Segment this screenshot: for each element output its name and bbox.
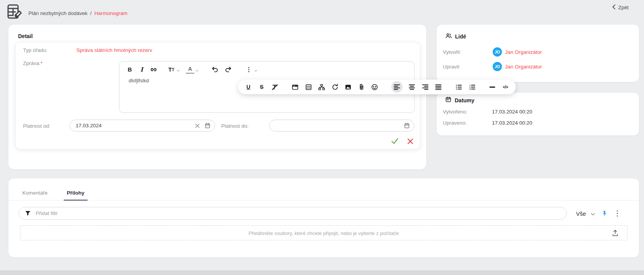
- align-right-icon[interactable]: [422, 81, 429, 93]
- app-logo-icon: [5, 3, 23, 22]
- tab-prilohy[interactable]: Přílohy: [64, 188, 88, 201]
- filter-field: [18, 207, 567, 220]
- avatar[interactable]: JO: [493, 47, 502, 57]
- text-color-caret-icon: [195, 67, 199, 73]
- redo-icon[interactable]: [224, 65, 232, 74]
- code-icon[interactable]: </>: [502, 81, 509, 93]
- detail-card: Detail Typ úřadu: Správa státních hmotný…: [8, 25, 426, 169]
- svg-text:3: 3: [469, 88, 471, 90]
- bullet-list-icon[interactable]: [455, 81, 463, 93]
- emoji-icon[interactable]: [371, 81, 379, 93]
- clear-format-icon[interactable]: [271, 81, 279, 93]
- upload-icon[interactable]: [612, 229, 619, 238]
- updated-at-value: 17.03.2024 00:20: [492, 120, 532, 126]
- align-justify-icon[interactable]: [435, 81, 442, 93]
- required-asterisk: *: [41, 60, 43, 66]
- breadcrumb-separator: /: [90, 10, 92, 16]
- back-button-label: Zpět: [618, 5, 629, 10]
- tabs-bar: Komentáře Přílohy: [19, 188, 88, 201]
- breadcrumb-parent[interactable]: Plán nezbytných dodávek: [28, 10, 88, 16]
- filter-input[interactable]: [36, 210, 566, 216]
- zprava-label: Zpráva:*: [23, 60, 43, 66]
- insert-template-icon[interactable]: [291, 81, 299, 93]
- typ-uradu-label: Typ úřadu:: [23, 47, 48, 53]
- app-screen: Plán nezbytných dodávek / Harmonogram Zp…: [0, 0, 644, 275]
- editor-toolbar: B I TT A: [119, 62, 414, 74]
- confirm-check-icon[interactable]: [391, 137, 399, 145]
- platnost-do-input[interactable]: [270, 123, 402, 128]
- list-controls: Vše: [576, 208, 621, 219]
- platnost-od-label: Platnost od:: [23, 123, 50, 129]
- strikethrough-icon[interactable]: S: [258, 81, 266, 93]
- sitemap-icon[interactable]: [318, 81, 326, 93]
- platnost-od-input[interactable]: [70, 123, 192, 128]
- numbered-list-icon[interactable]: 123: [468, 81, 476, 93]
- align-center-icon[interactable]: [408, 81, 416, 93]
- chevron-left-icon: [612, 4, 616, 11]
- created-at-value: 17.03.2024 00:20: [492, 109, 532, 115]
- updated-by-label: Upravil:: [443, 64, 460, 70]
- cancel-cross-icon[interactable]: [406, 137, 414, 145]
- calendar-picker-icon[interactable]: [402, 121, 412, 131]
- more-options-caret-icon: [254, 67, 257, 73]
- text-color-icon[interactable]: A: [186, 65, 194, 74]
- platnost-od-field: [70, 120, 215, 132]
- font-size-caret-icon: [177, 67, 180, 73]
- updated-by-name[interactable]: Jan Organizátor: [505, 64, 542, 70]
- avatar[interactable]: JO: [493, 62, 502, 71]
- updated-at-label: Upraveno:: [443, 120, 467, 126]
- tab-komentare[interactable]: Komentáře: [19, 188, 51, 201]
- scope-select[interactable]: Vše: [576, 210, 595, 217]
- calendar-picker-icon[interactable]: [202, 121, 212, 131]
- people-card: Lidé Vytvořil: JO Jan Organizátor Upravi…: [437, 25, 639, 82]
- created-at-label: Vytvořeno:: [443, 109, 467, 115]
- align-left-icon[interactable]: [391, 81, 402, 93]
- people-card-title: Lidé: [455, 33, 466, 40]
- pin-icon[interactable]: [601, 209, 608, 218]
- attach-file-icon[interactable]: [358, 81, 366, 93]
- dates-card-title: Datumy: [455, 97, 474, 103]
- bottom-strip: [0, 270, 644, 275]
- clear-date-icon[interactable]: [192, 121, 202, 131]
- detail-card-title: Detail: [18, 33, 33, 39]
- breadcrumb-current: Harmonogram: [94, 10, 127, 16]
- undo-icon[interactable]: [211, 65, 219, 74]
- dropzone-text: Přetáhněte soubory, které chcete připoji…: [20, 230, 627, 236]
- more-options-icon[interactable]: ⋮: [245, 65, 253, 74]
- breadcrumb: Plán nezbytných dodávek / Harmonogram: [28, 10, 127, 16]
- people-icon: [445, 32, 452, 41]
- attachments-card: Komentáře Přílohy Vše P: [8, 178, 639, 257]
- floating-format-toolbar: U S: [238, 80, 516, 94]
- insert-image-icon[interactable]: [344, 81, 352, 93]
- created-by-label: Vytvořil:: [443, 49, 461, 55]
- filter-funnel-icon: [25, 210, 31, 217]
- link-icon[interactable]: [149, 65, 158, 74]
- calendar-icon: [445, 96, 452, 104]
- underline-icon[interactable]: U: [245, 81, 252, 93]
- insert-binary-icon[interactable]: [305, 81, 312, 93]
- horizontal-rule-icon[interactable]: [488, 81, 496, 93]
- font-size-icon[interactable]: TT: [167, 65, 175, 74]
- detail-form-panel: Typ úřadu: Správa státních hmotných reze…: [15, 42, 420, 149]
- sync-icon[interactable]: [331, 81, 339, 93]
- bold-icon[interactable]: B: [126, 65, 134, 74]
- more-actions-icon[interactable]: [614, 209, 621, 218]
- platnost-do-field: [269, 120, 414, 132]
- file-dropzone[interactable]: Přetáhněte soubory, které chcete připoji…: [20, 225, 627, 240]
- italic-icon[interactable]: I: [137, 65, 146, 74]
- dates-card: Datumy Vytvořeno: 17.03.2024 00:20 Uprav…: [437, 93, 639, 135]
- chevron-down-icon: [591, 210, 595, 217]
- tabs-divider: [8, 200, 639, 200]
- scope-select-value: Vše: [576, 210, 586, 217]
- typ-uradu-value: Správa státních hmotných rezerv: [76, 47, 152, 53]
- back-button[interactable]: Zpět: [612, 4, 629, 11]
- platnost-do-label: Platnost do:: [221, 123, 248, 129]
- created-by-name[interactable]: Jan Organizátor: [505, 49, 542, 55]
